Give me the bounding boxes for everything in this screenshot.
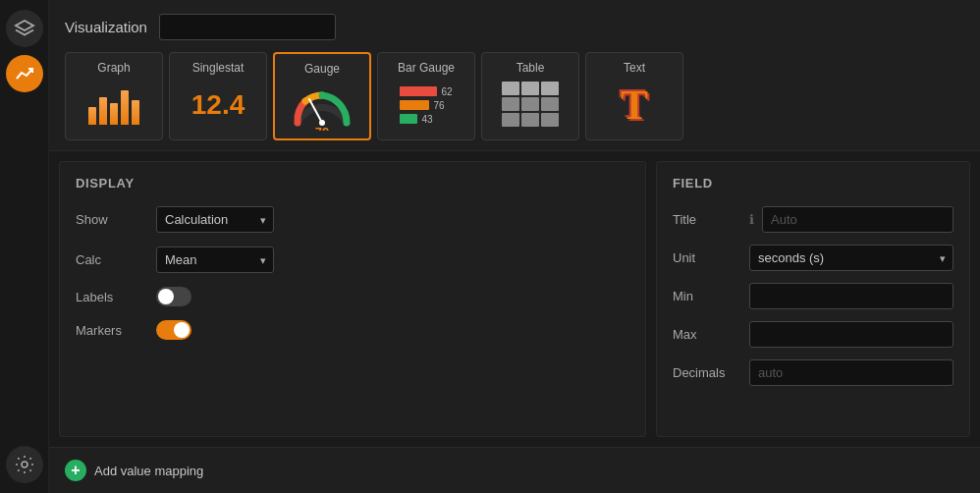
- add-mapping-row[interactable]: + Add value mapping: [49, 447, 980, 493]
- show-label: Show: [76, 212, 144, 227]
- viz-card-table[interactable]: Table: [481, 52, 579, 140]
- labels-row: Labels: [76, 287, 629, 306]
- singlestat-label: Singlestat: [192, 61, 245, 75]
- table-icon: [502, 81, 559, 130]
- field-panel: Field Title ℹ Unit seconds (s) milliseco…: [656, 161, 970, 437]
- graph-icon: [88, 81, 139, 130]
- visualization-panel: Visualization 🔍 Graph: [49, 0, 980, 151]
- add-mapping-label: Add value mapping: [94, 464, 203, 478]
- labels-label: Labels: [76, 290, 144, 304]
- display-panel: Display Show Calculation All values Calc…: [59, 161, 646, 437]
- svg-marker-0: [16, 21, 33, 30]
- calc-label: Calc: [76, 252, 144, 267]
- unit-select[interactable]: seconds (s) milliseconds (ms) minutes (m…: [749, 245, 953, 271]
- info-icon: ℹ: [749, 212, 754, 227]
- viz-card-text[interactable]: Text T: [585, 52, 683, 140]
- field-decimals-input[interactable]: [749, 359, 953, 386]
- show-select[interactable]: Calculation All values: [156, 206, 274, 233]
- table-label: Table: [517, 61, 545, 75]
- show-select-wrapper: Calculation All values: [156, 206, 274, 233]
- field-unit-label: Unit: [673, 250, 741, 265]
- singlestat-value: 12.4: [191, 91, 245, 119]
- gauge-label: Gauge: [304, 62, 340, 76]
- markers-track[interactable]: [156, 320, 191, 340]
- field-title: Field: [673, 176, 953, 191]
- viz-search-input[interactable]: [159, 14, 336, 40]
- field-min-row: Min 0: [673, 283, 953, 309]
- main-content: Visualization 🔍 Graph: [49, 0, 980, 493]
- layers-icon[interactable]: [6, 10, 43, 47]
- field-title-input[interactable]: [762, 206, 953, 233]
- field-max-input[interactable]: 100: [749, 321, 953, 348]
- bargauge-icon: 62 76 43: [400, 81, 452, 130]
- viz-header: Visualization 🔍: [65, 14, 964, 40]
- calc-select-wrapper: Mean Last Min Max Sum Count: [156, 246, 274, 273]
- viz-title: Visualization: [65, 19, 147, 35]
- display-title: Display: [76, 176, 629, 191]
- bargauge-val1: 62: [441, 86, 452, 97]
- field-title-label: Title: [673, 212, 741, 227]
- unit-select-wrapper: seconds (s) milliseconds (ms) minutes (m…: [749, 245, 953, 271]
- singlestat-icon: 12.4: [191, 81, 245, 130]
- markers-label: Markers: [76, 323, 144, 338]
- calc-row: Calc Mean Last Min Max Sum Count: [76, 246, 629, 273]
- bargauge-val2: 76: [433, 100, 444, 111]
- markers-row: Markers: [76, 320, 629, 340]
- field-decimals-row: Decimals: [673, 359, 953, 386]
- labels-thumb: [158, 289, 174, 304]
- bargauge-val3: 43: [421, 114, 432, 125]
- text-label: Text: [624, 61, 645, 75]
- bargauge-label: Bar Gauge: [398, 61, 455, 75]
- field-min-input[interactable]: 0: [749, 283, 953, 309]
- text-icon: T: [621, 81, 648, 130]
- graph-label: Graph: [97, 61, 130, 75]
- viz-card-bargauge[interactable]: Bar Gauge 62 76 43: [377, 52, 475, 140]
- gauge-icon: 79: [288, 82, 356, 131]
- field-title-row: Title ℹ: [673, 206, 953, 233]
- svg-text:79: 79: [315, 125, 329, 131]
- calc-select[interactable]: Mean Last Min Max Sum Count: [156, 246, 274, 273]
- field-decimals-label: Decimals: [673, 365, 741, 380]
- search-wrapper: 🔍: [159, 14, 336, 40]
- viz-cards-row: Graph Singlestat 12.4: [65, 52, 964, 140]
- chart-icon[interactable]: [6, 55, 43, 92]
- gear-icon[interactable]: [6, 446, 43, 483]
- labels-track[interactable]: [156, 287, 191, 306]
- bottom-panels: Display Show Calculation All values Calc…: [49, 151, 980, 447]
- field-max-label: Max: [673, 327, 741, 342]
- viz-card-graph[interactable]: Graph: [65, 52, 163, 140]
- labels-toggle[interactable]: [156, 287, 191, 306]
- viz-card-gauge[interactable]: Gauge 79: [273, 52, 371, 140]
- sidebar: [0, 0, 49, 493]
- svg-point-1: [22, 462, 27, 467]
- field-max-row: Max 100: [673, 321, 953, 348]
- markers-thumb: [174, 322, 190, 338]
- markers-toggle[interactable]: [156, 320, 191, 340]
- add-mapping-icon: +: [65, 460, 86, 481]
- field-min-label: Min: [673, 289, 741, 303]
- show-row: Show Calculation All values: [76, 206, 629, 233]
- viz-card-singlestat[interactable]: Singlestat 12.4: [169, 52, 267, 140]
- field-unit-row: Unit seconds (s) milliseconds (ms) minut…: [673, 245, 953, 271]
